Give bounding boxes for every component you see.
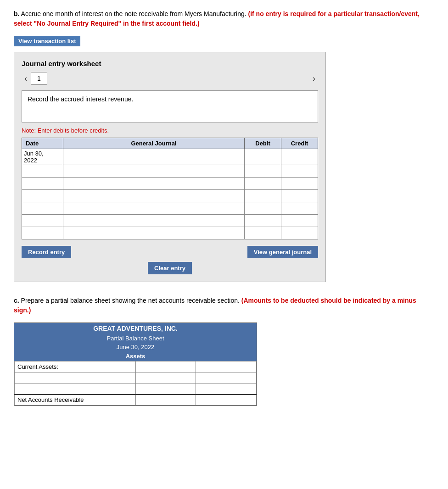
debit-cell[interactable] (245, 149, 281, 165)
nav-number-box: 1 (31, 72, 47, 85)
current-assets-col2[interactable] (196, 361, 257, 372)
credit-cell[interactable] (281, 178, 318, 190)
date-cell (22, 215, 63, 227)
bs-total-cell[interactable] (196, 372, 257, 383)
bs-total-input[interactable] (199, 385, 253, 392)
gj-cell[interactable] (63, 227, 245, 239)
table-row (22, 215, 318, 227)
gj-input[interactable] (65, 216, 242, 226)
net-ar-input2[interactable] (199, 396, 253, 403)
table-row (22, 165, 318, 178)
table-row (15, 372, 257, 383)
note-text: Note: Enter debits before credits. (22, 127, 318, 134)
credit-input[interactable] (283, 152, 316, 162)
current-assets-col1[interactable] (135, 361, 196, 372)
clear-entry-button[interactable]: Clear entry (148, 262, 192, 274)
net-ar-col2[interactable] (196, 395, 257, 406)
credit-input[interactable] (283, 228, 316, 238)
bs-label-cell[interactable] (15, 383, 136, 395)
table-row (22, 190, 318, 202)
view-general-journal-button[interactable]: View general journal (247, 246, 318, 258)
net-ar-col1[interactable] (135, 395, 196, 406)
credit-input[interactable] (283, 216, 316, 226)
credit-input[interactable] (283, 191, 316, 201)
bs-subtitle: Partial Balance Sheet (14, 334, 257, 343)
credit-cell[interactable] (281, 165, 318, 178)
credit-cell[interactable] (281, 227, 318, 239)
credit-cell[interactable] (281, 190, 318, 202)
debit-input[interactable] (246, 203, 279, 213)
table-row (22, 227, 318, 239)
bs-label-input[interactable] (17, 374, 133, 381)
credit-cell[interactable] (281, 149, 318, 165)
gj-input[interactable] (65, 152, 242, 162)
date-cell (22, 227, 63, 239)
credit-cell[interactable] (281, 202, 318, 215)
current-assets-input1[interactable] (139, 363, 193, 370)
gj-input[interactable] (65, 203, 242, 213)
date-cell (22, 178, 63, 190)
gj-input[interactable] (65, 191, 242, 201)
description-box: Record the accrued interest revenue. (22, 90, 318, 122)
table-row (22, 178, 318, 190)
bs-label-cell[interactable] (15, 372, 136, 383)
journal-table: Date General Journal Debit Credit Jun 30… (22, 138, 318, 239)
debit-input[interactable] (246, 228, 279, 238)
debit-input[interactable] (246, 178, 279, 189)
gj-input[interactable] (65, 166, 242, 176)
worksheet-title: Journal entry worksheet (22, 60, 318, 67)
debit-cell[interactable] (245, 215, 281, 227)
clear-row: Clear entry (22, 262, 318, 274)
view-transaction-button[interactable]: View transaction list (14, 36, 80, 46)
table-row: Jun 30,2022 (22, 149, 318, 165)
gj-cell[interactable] (63, 149, 245, 165)
table-row (15, 383, 257, 395)
gj-cell[interactable] (63, 215, 245, 227)
debit-cell[interactable] (245, 227, 281, 239)
gj-cell[interactable] (63, 190, 245, 202)
debit-cell[interactable] (245, 202, 281, 215)
question-c-text: Prepare a partial balance sheet showing … (21, 297, 241, 304)
credit-cell[interactable] (281, 215, 318, 227)
table-row (22, 202, 318, 215)
net-ar-input1[interactable] (139, 396, 193, 403)
debit-input[interactable] (246, 216, 279, 226)
date-cell: Jun 30,2022 (22, 149, 63, 165)
question-b-section: b. Accrue one month of interest on the n… (14, 9, 434, 28)
current-assets-row: Current Assets: (15, 361, 257, 372)
bs-total-input[interactable] (199, 374, 253, 381)
prev-arrow-button[interactable]: ‹ (22, 74, 30, 83)
question-c-label: c. (14, 297, 19, 304)
bs-num-cell[interactable] (135, 383, 196, 395)
bs-label-input[interactable] (17, 385, 133, 392)
credit-input[interactable] (283, 166, 316, 176)
debit-input[interactable] (246, 191, 279, 201)
debit-cell[interactable] (245, 165, 281, 178)
gj-cell[interactable] (63, 178, 245, 190)
bs-total-cell[interactable] (196, 383, 257, 395)
credit-input[interactable] (283, 178, 316, 189)
debit-input[interactable] (246, 166, 279, 176)
balance-sheet-table: Current Assets: Net Accounts Receivable (14, 361, 257, 406)
bs-num-input[interactable] (139, 374, 193, 381)
buttons-row: Record entry View general journal (22, 246, 318, 258)
current-assets-input2[interactable] (199, 363, 253, 370)
gj-input[interactable] (65, 228, 242, 238)
nav-row: ‹ 1 › (22, 72, 318, 85)
record-entry-button[interactable]: Record entry (22, 246, 71, 258)
debit-cell[interactable] (245, 178, 281, 190)
next-arrow-button[interactable]: › (310, 74, 318, 83)
bs-num-input[interactable] (139, 385, 193, 392)
date-cell (22, 190, 63, 202)
gj-cell[interactable] (63, 165, 245, 178)
bs-assets-header: Assets (14, 351, 257, 361)
credit-input[interactable] (283, 203, 316, 213)
question-b-label: b. (14, 10, 19, 17)
date-cell (22, 165, 63, 178)
credit-header: Credit (281, 138, 318, 149)
gj-input[interactable] (65, 178, 242, 189)
gj-cell[interactable] (63, 202, 245, 215)
debit-input[interactable] (246, 152, 279, 162)
bs-num-cell[interactable] (135, 372, 196, 383)
debit-cell[interactable] (245, 190, 281, 202)
